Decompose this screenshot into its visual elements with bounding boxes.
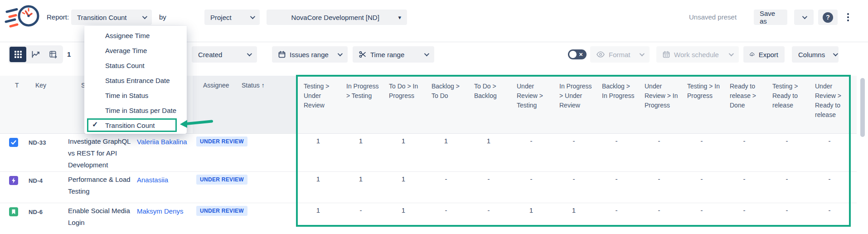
report-menu: Assignee Time Average Time Status Count …: [84, 26, 187, 134]
transition-column-header[interactable]: Under Review > Ready to release: [808, 82, 851, 120]
transition-count-value: 1: [553, 206, 595, 214]
transition-column-header[interactable]: Testing > In Progress: [680, 82, 723, 101]
save-as-button[interactable]: Save as: [754, 10, 787, 25]
transition-column-header[interactable]: Testing > Ready to release: [766, 82, 808, 110]
transition-column-header[interactable]: Under Review > Testing: [510, 82, 553, 110]
help-button[interactable]: ?: [818, 10, 838, 25]
view-pivot-button[interactable]: [45, 47, 62, 62]
transition-count-value: -: [808, 137, 851, 145]
transition-column-header[interactable]: To Do > Backlog: [467, 82, 510, 101]
transition-count-value: -: [680, 175, 723, 183]
transition-count-value: 1: [382, 206, 425, 214]
column-header-type[interactable]: T: [15, 82, 19, 89]
toggle-knob: [569, 51, 577, 58]
transition-column-header[interactable]: To Do > In Progress: [382, 82, 425, 101]
work-schedule-dropdown: Work schedule: [656, 46, 739, 63]
column-header-key[interactable]: Key: [35, 82, 46, 89]
report-type-dropdown[interactable]: Transition Count: [71, 10, 152, 25]
view-chart-button[interactable]: [27, 47, 44, 62]
preset-status: Unsaved preset: [689, 13, 737, 21]
column-header-assignee[interactable]: Assignee: [203, 82, 229, 89]
app-window: T Key Summary Assignee Status↑ Testing >…: [0, 0, 868, 234]
report-label: Report:: [47, 13, 69, 21]
visibility-toggle[interactable]: ✕: [568, 49, 587, 59]
transition-column-header[interactable]: Backlog > To Do: [425, 82, 467, 101]
format-dropdown: Format: [590, 46, 650, 63]
menu-item-average-time[interactable]: Average Time: [84, 43, 187, 58]
calendar-icon: [663, 51, 670, 58]
chevron-down-icon: [802, 14, 807, 19]
export-button[interactable]: Export: [743, 46, 785, 63]
issue-key: ND-4: [29, 177, 43, 184]
menu-item-time-in-status[interactable]: Time in Status: [84, 88, 187, 103]
transition-count-value: -: [425, 175, 467, 183]
assignee-link[interactable]: Maksym Denys: [137, 207, 184, 215]
table-row: ND-33Investigate GraphQL vs REST for API…: [0, 134, 857, 172]
transition-count-value: -: [680, 137, 723, 145]
column-header-status[interactable]: Status↑: [242, 82, 265, 89]
view-switcher: [8, 45, 63, 63]
transition-count-value: 1: [339, 137, 382, 145]
transition-column-header[interactable]: Under Review > In Progress: [638, 82, 680, 110]
created-dropdown[interactable]: Created: [192, 46, 257, 63]
menu-item-status-entrance-date[interactable]: Status Entrance Date: [84, 73, 187, 88]
transition-column-header[interactable]: Ready to release > Done: [723, 82, 766, 110]
columns-dropdown[interactable]: Columns: [792, 46, 839, 63]
table-row: ND-4Performance & Load TestingAnastasiia…: [0, 172, 857, 203]
transition-count-value: 1: [382, 137, 425, 145]
toggle-x-icon: ✕: [579, 52, 583, 58]
vertical-scrollbar[interactable]: [860, 78, 865, 137]
chevron-down-icon: [247, 51, 252, 56]
transition-count-value: -: [595, 137, 638, 145]
chevron-down-icon: [250, 14, 255, 19]
calendar-icon: [278, 51, 286, 58]
task-checkbox-icon: [9, 138, 18, 147]
menu-item-status-count[interactable]: Status Count: [84, 58, 187, 73]
kebab-icon: [847, 13, 849, 21]
transition-count-value: -: [510, 175, 553, 183]
view-grid-button[interactable]: [10, 47, 26, 62]
transition-column-header[interactable]: Testing > Under Review: [297, 82, 339, 110]
transition-count-value: -: [638, 206, 680, 214]
transition-count-value: 1: [297, 137, 339, 145]
transition-count-value: -: [766, 137, 808, 145]
group-by-dropdown[interactable]: Project: [204, 10, 260, 25]
scissors-icon: [359, 51, 366, 58]
transition-count-value: 1: [510, 206, 553, 214]
chevron-down-icon: [338, 51, 343, 56]
transition-column-header[interactable]: In Progress > Under Review: [553, 82, 595, 110]
status-badge: UNDER REVIEW: [196, 206, 247, 216]
issue-summary: Enable Social Media Login: [68, 205, 137, 229]
transition-count-value: -: [723, 175, 766, 183]
issues-range-dropdown[interactable]: Issues range: [272, 46, 348, 63]
transition-count-value: -: [467, 206, 510, 214]
table-row: ND-6Enable Social Media LoginMaksym Deny…: [0, 203, 857, 234]
menu-item-transition-count[interactable]: ✓ Transition Count: [84, 118, 187, 133]
chevron-down-icon: [640, 51, 645, 56]
time-range-dropdown[interactable]: Time range: [353, 46, 434, 63]
assignee-link[interactable]: Anastasiia: [137, 176, 168, 184]
bolt-icon: [9, 176, 18, 185]
issue-key: ND-33: [29, 139, 46, 146]
transition-count-value: 1: [339, 175, 382, 183]
story-bookmark-icon: [9, 207, 18, 216]
issue-count: 1: [67, 50, 71, 58]
more-actions-button[interactable]: [841, 10, 855, 25]
transition-count-value: -: [808, 206, 851, 214]
transition-column-header[interactable]: Backlog > In Progress: [595, 82, 638, 101]
issue-summary: Investigate GraphQL vs REST for API Deve…: [68, 136, 137, 171]
transition-count-value: 1: [297, 175, 339, 183]
project-dropdown[interactable]: NovaCore Development [ND] ▾: [267, 10, 407, 25]
pivot-table-icon: [49, 51, 57, 58]
transition-count-value: -: [766, 175, 808, 183]
chevron-down-icon: [833, 51, 838, 56]
issue-key: ND-6: [29, 209, 43, 215]
by-label: by: [159, 13, 166, 21]
menu-item-time-in-status-per-date[interactable]: Time in Status per Date: [84, 103, 187, 118]
assignee-link[interactable]: Valeriia Bakalina: [137, 138, 187, 146]
transition-count-value: 1: [467, 137, 510, 145]
menu-item-assignee-time[interactable]: Assignee Time: [84, 28, 187, 43]
save-as-chevron-button[interactable]: [794, 10, 814, 25]
transition-column-header[interactable]: In Progress > Testing: [339, 82, 382, 101]
transition-count-value: -: [680, 206, 723, 214]
